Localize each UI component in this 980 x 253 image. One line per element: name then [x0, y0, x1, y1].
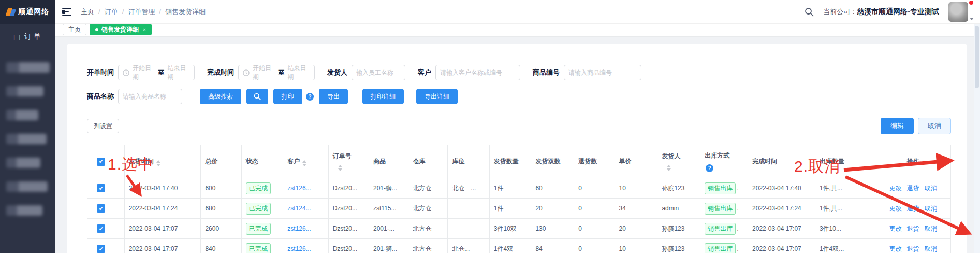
- sort-icon[interactable]: [156, 160, 160, 166]
- cell-select[interactable]: [87, 239, 115, 253]
- cell-ship-time: 2022-03-04 17:24: [124, 199, 201, 219]
- sidebar-item-blurred[interactable]: [6, 181, 48, 192]
- product-code-input[interactable]: [564, 65, 641, 80]
- header-expand: [115, 145, 124, 178]
- end-date-placeholder: 结束日期: [288, 64, 311, 81]
- print-detail-button[interactable]: 打印详细: [362, 89, 404, 104]
- op-cancel-link[interactable]: 取消: [925, 205, 937, 212]
- breadcrumb-ship-detail[interactable]: 销售发货详细: [165, 7, 206, 17]
- breadcrumb-orders[interactable]: 订单: [105, 7, 118, 17]
- op-modify-link[interactable]: 更改: [889, 225, 902, 232]
- customer-input[interactable]: [435, 65, 520, 80]
- edit-button[interactable]: 编辑: [881, 118, 914, 134]
- header-outbound-qty: 出库数量: [815, 145, 875, 178]
- sort-icon[interactable]: [667, 165, 671, 171]
- cell-unit-price: 34: [615, 199, 657, 219]
- header-shipper[interactable]: 发货人: [657, 145, 700, 178]
- advanced-search-button[interactable]: 高级搜索: [200, 89, 241, 104]
- op-cancel-link[interactable]: 取消: [925, 225, 937, 232]
- user-menu[interactable]: [948, 2, 974, 22]
- op-return-link[interactable]: 退货: [907, 225, 919, 232]
- search-icon: [254, 93, 261, 100]
- print-button[interactable]: 打印: [273, 89, 302, 104]
- header-customer[interactable]: 客户: [283, 145, 328, 178]
- customer-link[interactable]: zst126...: [287, 225, 311, 232]
- cell-return-qty: 0: [574, 239, 615, 253]
- customer-link[interactable]: zst126...: [287, 185, 311, 192]
- header-order-no[interactable]: 订单号: [328, 145, 369, 178]
- truncation-dot: .: [737, 245, 738, 252]
- company-name: 慈溪市顺通网络-专业测试: [857, 7, 939, 16]
- sidebar-item-orders[interactable]: ▤ 订 单: [0, 24, 55, 49]
- op-return-link[interactable]: 退货: [907, 245, 919, 252]
- header-ship-time[interactable]: 发货时间: [124, 145, 201, 178]
- breadcrumb-separator: /: [122, 8, 124, 16]
- finish-time-range-picker[interactable]: 开始日期 至 结束日期: [238, 65, 315, 80]
- filter-row-1: 开单时间 开始日期 至 结束日期 完成时间 开始日期: [87, 65, 951, 80]
- header-status: 状态: [241, 145, 283, 178]
- header-select-all[interactable]: [87, 145, 115, 178]
- row-checkbox[interactable]: [97, 184, 105, 192]
- op-cancel-link[interactable]: 取消: [925, 245, 937, 252]
- sidebar-item-blurred[interactable]: [6, 86, 43, 96]
- cell-order-no: Dzst20...: [328, 239, 369, 253]
- customer-link[interactable]: zst126...: [287, 245, 311, 252]
- cell-select[interactable]: [87, 199, 115, 219]
- scrollbar-thumb[interactable]: [975, 26, 979, 88]
- shipper-input[interactable]: [352, 65, 405, 80]
- cell-customer[interactable]: zst126...: [283, 219, 328, 239]
- export-button[interactable]: 导出: [319, 89, 348, 104]
- breadcrumb-separator: /: [98, 8, 100, 16]
- cell-return-qty: 0: [574, 219, 615, 239]
- op-return-link[interactable]: 退货: [907, 185, 919, 192]
- product-name-input[interactable]: [118, 89, 182, 104]
- breadcrumb-order-mgmt[interactable]: 订单管理: [128, 7, 155, 17]
- customer-link[interactable]: zst124...: [287, 205, 311, 212]
- column-label: 单价: [619, 158, 632, 165]
- date-separator: 至: [158, 68, 165, 77]
- avatar[interactable]: [948, 2, 968, 22]
- cancel-button[interactable]: 取消: [918, 118, 951, 134]
- cell-location: 北仓...: [448, 239, 490, 253]
- select-all-checkbox[interactable]: [97, 158, 105, 166]
- cell-customer[interactable]: zst126...: [283, 178, 328, 199]
- sort-icon[interactable]: [338, 165, 342, 171]
- app-logo[interactable]: 顺通网络: [0, 0, 55, 24]
- tab-ship-detail[interactable]: 销售发货详细 ×: [90, 24, 152, 35]
- cell-customer[interactable]: zst126...: [283, 239, 328, 253]
- cell-select[interactable]: [87, 219, 115, 239]
- op-modify-link[interactable]: 更改: [889, 245, 902, 252]
- breadcrumb-home[interactable]: 主页: [81, 7, 94, 17]
- column-label: 发货时间: [129, 158, 154, 165]
- row-checkbox[interactable]: [97, 204, 105, 213]
- column-label: 库位: [452, 158, 464, 165]
- sidebar-item-blurred[interactable]: [6, 134, 47, 144]
- page-scrollbar[interactable]: [974, 24, 980, 253]
- sidebar-item-blurred[interactable]: [6, 205, 42, 216]
- search-icon[interactable]: [805, 7, 814, 17]
- cell-customer[interactable]: zst124...: [283, 199, 328, 219]
- outbound-type-badge: 销售出库: [705, 203, 736, 215]
- column-label: 商品: [373, 158, 386, 165]
- sidebar-item-blurred[interactable]: [6, 158, 40, 168]
- sidebar-item-blurred[interactable]: [6, 62, 50, 73]
- search-button[interactable]: [246, 89, 268, 104]
- sidebar-item-blurred[interactable]: [6, 110, 38, 120]
- tab-home[interactable]: 主页: [63, 24, 86, 35]
- menu-fold-icon[interactable]: [62, 8, 72, 16]
- column-settings-button[interactable]: 列设置: [87, 119, 119, 133]
- outbound-help-icon[interactable]: ?: [706, 164, 713, 172]
- row-checkbox[interactable]: [97, 245, 105, 253]
- tab-close-icon[interactable]: ×: [143, 26, 146, 33]
- print-help-icon[interactable]: ?: [306, 93, 314, 101]
- op-return-link[interactable]: 退货: [907, 205, 919, 212]
- op-cancel-link[interactable]: 取消: [925, 185, 937, 192]
- op-modify-link[interactable]: 更改: [889, 205, 902, 212]
- export-detail-button[interactable]: 导出详细: [416, 89, 458, 104]
- create-time-range-picker[interactable]: 开始日期 至 结束日期: [118, 65, 195, 80]
- sort-icon[interactable]: [302, 160, 306, 166]
- cell-ops: 更改退货取消: [875, 239, 951, 253]
- row-checkbox[interactable]: [97, 224, 105, 233]
- op-modify-link[interactable]: 更改: [889, 185, 902, 192]
- cell-select[interactable]: [87, 178, 115, 199]
